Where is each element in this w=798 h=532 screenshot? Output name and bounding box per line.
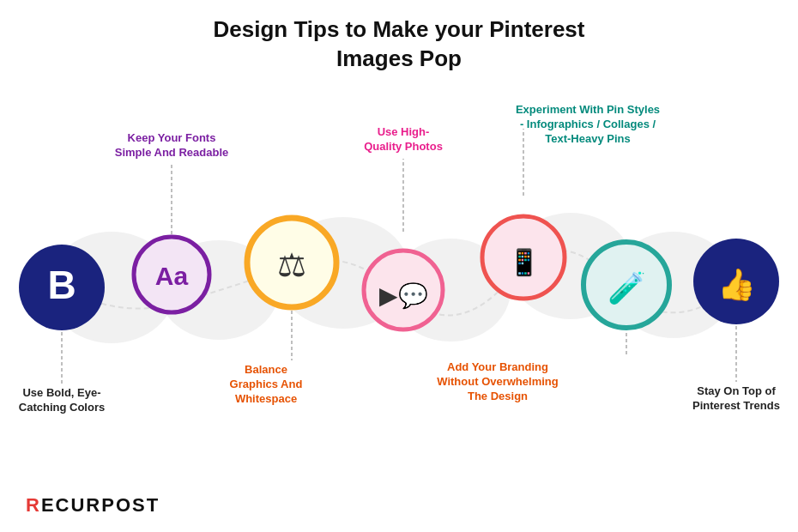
svg-text:Use High-: Use High- xyxy=(378,125,430,138)
svg-point-19 xyxy=(364,251,443,329)
connector-svg: B Aa ⚖ ▶💬 📱 🧪 👍 Keep xyxy=(0,94,798,472)
logo-text: RECURPOST xyxy=(26,494,160,516)
svg-text:Experiment With Pin Styles: Experiment With Pin Styles xyxy=(516,103,660,116)
svg-text:Text-Heavy Pins: Text-Heavy Pins xyxy=(545,132,630,145)
svg-point-15 xyxy=(134,237,209,312)
logo-r-icon: R xyxy=(26,494,41,516)
svg-point-21 xyxy=(482,216,565,299)
svg-text:B: B xyxy=(47,263,76,307)
svg-text:Use Bold, Eye-: Use Bold, Eye- xyxy=(22,386,100,399)
svg-text:Quality Photos: Quality Photos xyxy=(364,140,443,153)
infographic-area: B Aa ⚖ ▶💬 📱 🧪 👍 Keep xyxy=(0,94,798,472)
svg-text:⚖: ⚖ xyxy=(277,247,306,283)
svg-text:Balance: Balance xyxy=(245,363,287,376)
svg-text:Stay On Top of: Stay On Top of xyxy=(697,384,776,397)
svg-point-8 xyxy=(159,240,279,340)
svg-text:Catching Colors: Catching Colors xyxy=(19,401,105,414)
svg-text:- Infographics / Collages /: - Infographics / Collages / xyxy=(520,118,656,130)
svg-text:▶💬: ▶💬 xyxy=(379,281,428,310)
svg-text:Whitespace: Whitespace xyxy=(235,392,297,405)
svg-text:Simple And Readable: Simple And Readable xyxy=(115,146,228,159)
page-title: Design Tips to Make your Pinterest Image… xyxy=(0,0,798,74)
svg-text:Graphics And: Graphics And xyxy=(230,378,303,390)
svg-point-11 xyxy=(509,213,632,319)
svg-text:The Design: The Design xyxy=(468,390,528,402)
svg-text:Keep Your Fonts: Keep Your Fonts xyxy=(128,131,216,144)
svg-text:Without Overwhelming: Without Overwhelming xyxy=(437,375,558,388)
svg-point-25 xyxy=(693,239,779,324)
svg-point-7 xyxy=(47,232,176,343)
logo: RECURPOST xyxy=(26,493,160,517)
page-wrapper: Design Tips to Make your Pinterest Image… xyxy=(0,0,798,532)
svg-point-12 xyxy=(612,232,735,338)
svg-point-17 xyxy=(247,218,336,307)
svg-point-23 xyxy=(583,242,669,328)
svg-text:Aa: Aa xyxy=(155,262,189,290)
svg-text:📱: 📱 xyxy=(508,247,541,278)
svg-text:Add Your Branding: Add Your Branding xyxy=(447,360,548,373)
svg-point-9 xyxy=(276,217,410,329)
svg-point-13 xyxy=(19,245,105,330)
svg-point-10 xyxy=(390,239,511,342)
svg-text:🧪: 🧪 xyxy=(608,269,646,306)
svg-text:👍: 👍 xyxy=(717,266,756,303)
svg-text:Pinterest Trends: Pinterest Trends xyxy=(692,399,780,412)
